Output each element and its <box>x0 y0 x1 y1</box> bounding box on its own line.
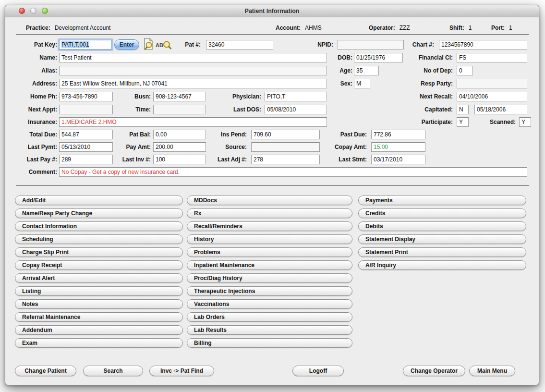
logoff-button[interactable]: Logoff <box>292 366 344 376</box>
close-button[interactable] <box>19 8 25 14</box>
next-appt-label: Next Appt: <box>20 105 57 114</box>
next-recall-input[interactable] <box>457 92 527 101</box>
pat-num-label: Pat #: <box>176 40 201 49</box>
change-operator-button[interactable]: Change Operator <box>403 366 465 376</box>
chart-num-input[interactable] <box>439 40 527 49</box>
nav-notes-button[interactable]: Notes <box>15 299 183 309</box>
minimize-button[interactable] <box>30 8 36 14</box>
title-bar[interactable]: Patient Information <box>5 5 539 17</box>
nav-scheduling-button[interactable]: Scheduling <box>15 234 183 244</box>
nav-therapeutic-injections-button[interactable]: Therapeutic Injections <box>187 286 352 296</box>
financial-cl-input[interactable] <box>457 53 527 62</box>
past-due-input[interactable] <box>371 130 425 139</box>
npid-input[interactable] <box>338 40 404 49</box>
nav-debits-button[interactable]: Debits <box>358 221 526 231</box>
enter-button[interactable]: Enter <box>114 39 139 50</box>
nav-statement-print-button[interactable]: Statement Print <box>358 247 526 257</box>
physician-input[interactable] <box>265 92 327 101</box>
pat-key-selected-text: PATI,T,001 <box>61 41 89 48</box>
pat-bal-input[interactable] <box>153 130 206 139</box>
nav-ar-inquiry-button[interactable]: A/R Inquiry <box>358 260 526 270</box>
nav-inpatient-maintenance-button[interactable]: Inpatient Maintenance <box>187 260 352 270</box>
text-search-icon[interactable]: AB <box>155 40 172 52</box>
nav-add-edit-button[interactable]: Add/Edit <box>15 196 183 205</box>
nav-mddocs-button[interactable]: MDDocs <box>187 196 352 205</box>
capitated-flag-input[interactable] <box>457 105 469 114</box>
main-menu-button[interactable]: Main Menu <box>469 366 515 376</box>
address-input[interactable] <box>59 79 327 88</box>
comment-input[interactable] <box>59 167 527 177</box>
no-of-dep-input[interactable] <box>457 66 473 75</box>
total-due-input[interactable] <box>59 130 113 139</box>
last-dos-input[interactable] <box>265 105 327 114</box>
pat-num-input[interactable] <box>206 40 273 49</box>
scanned-input[interactable] <box>519 117 531 127</box>
source-input[interactable] <box>251 142 320 152</box>
nav-listing-button[interactable]: Listing <box>15 286 183 296</box>
home-ph-input[interactable] <box>59 92 113 101</box>
patient-information-window: Patient Information Practice:Development… <box>5 5 539 385</box>
nav-contact-information-button[interactable]: Contact Information <box>15 221 183 231</box>
nav-rx-button[interactable]: Rx <box>187 208 352 218</box>
nav-copay-receipt-button[interactable]: Copay Receipt <box>15 260 183 270</box>
resp-party-input[interactable] <box>457 79 527 88</box>
nav-problems-button[interactable]: Problems <box>187 247 352 257</box>
nav-credits-button[interactable]: Credits <box>358 208 526 218</box>
age-label: Age: <box>326 66 352 75</box>
age-input[interactable] <box>354 66 379 75</box>
copay-amt-input[interactable] <box>371 142 425 152</box>
nav-billing-button[interactable]: Billing <box>187 338 352 348</box>
last-pay-num-input[interactable] <box>59 155 113 164</box>
participate-input[interactable] <box>457 117 469 127</box>
busn-input[interactable] <box>153 92 206 101</box>
account-info: Account:AHMS <box>276 24 322 31</box>
capitated-date-input[interactable] <box>474 105 527 114</box>
nav-lab-results-button[interactable]: Lab Results <box>187 325 352 335</box>
practice-value: Development Account <box>55 24 111 31</box>
resp-party-label: Resp Party: <box>411 79 453 88</box>
operator-info: Operator:ZZZ <box>369 24 410 31</box>
zoom-button[interactable] <box>42 8 48 14</box>
pat-key-input[interactable]: PATI,T,001 <box>59 40 112 49</box>
nav-recall-reminders-button[interactable]: Recall/Reminders <box>187 221 352 231</box>
operator-label: Operator: <box>369 24 395 31</box>
next-appt-input[interactable] <box>59 105 113 114</box>
invc-pat-find-button[interactable]: Invc -> Pat Find <box>149 366 214 376</box>
nav-name-resp-party-change-button[interactable]: Name/Resp Party Change <box>15 208 183 218</box>
nav-exam-button[interactable]: Exam <box>15 338 183 348</box>
nav-lab-orders-button[interactable]: Lab Orders <box>187 312 352 322</box>
pay-amt-input[interactable] <box>153 142 206 152</box>
change-patient-button[interactable]: Change Patient <box>15 366 76 376</box>
ins-pend-input[interactable] <box>251 130 320 139</box>
last-stmt-input[interactable] <box>371 155 425 164</box>
insurance-label: Insurance: <box>20 117 57 127</box>
nav-charge-slip-print-button[interactable]: Charge Slip Print <box>15 247 183 257</box>
last-adj-num-input[interactable] <box>251 155 320 164</box>
alias-input[interactable] <box>59 66 327 75</box>
last-inv-num-input[interactable] <box>153 155 206 164</box>
scanned-label: Scanned: <box>478 117 516 127</box>
nav-proc-diag-history-button[interactable]: Proc/Diag History <box>187 273 352 283</box>
nav-statement-display-button[interactable]: Statement Display <box>358 234 526 244</box>
nav-addendum-button[interactable]: Addendum <box>15 325 183 335</box>
nav-history-button[interactable]: History <box>187 234 352 244</box>
name-input[interactable] <box>59 53 327 62</box>
document-search-icon[interactable] <box>143 38 154 52</box>
nav-payments-button[interactable]: Payments <box>358 196 526 205</box>
nav-referral-maintenance-button[interactable]: Referral Maintenance <box>15 312 183 322</box>
busn-label: Busn: <box>123 92 151 101</box>
insurance-input[interactable] <box>59 117 327 127</box>
search-button[interactable]: Search <box>83 366 143 376</box>
dob-input[interactable] <box>354 53 403 62</box>
nav-vaccinations-button[interactable]: Vaccinations <box>187 299 352 309</box>
last-pymt-input[interactable] <box>59 142 113 152</box>
pay-amt-label: Pay Amt: <box>118 142 151 152</box>
pat-bal-label: Pat Bal: <box>118 130 151 139</box>
time-input[interactable] <box>153 105 206 114</box>
shift-value: 1 <box>469 24 472 31</box>
port-value: 1 <box>509 24 512 31</box>
sex-input[interactable] <box>354 79 370 88</box>
nav-arrival-alert-button[interactable]: Arrival Alert <box>15 273 183 283</box>
capitated-label: Capitated: <box>411 105 453 114</box>
divider <box>16 34 529 35</box>
